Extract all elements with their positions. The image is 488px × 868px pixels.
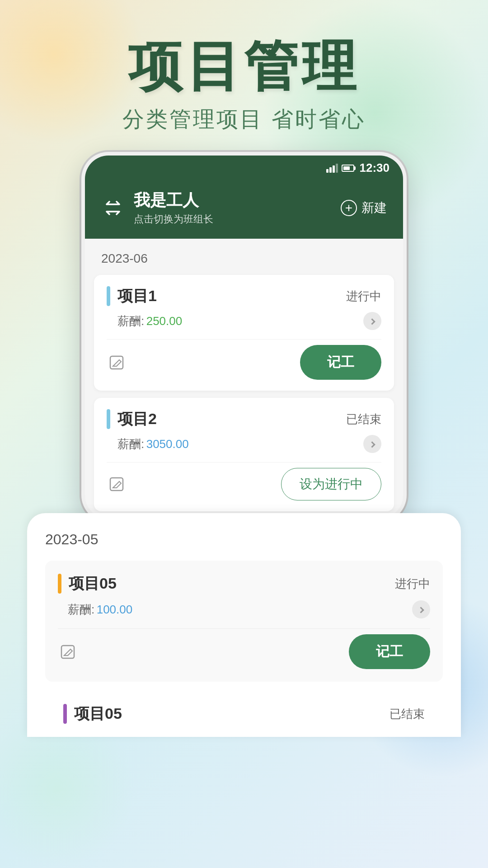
partial-project-card: 项目05 已结束 [45, 691, 443, 737]
project-1-salary-row: 薪酬: 250.00 [107, 312, 381, 330]
project-2-salary-label: 薪酬: [117, 437, 144, 451]
project-card-05-active: 项目05 进行中 薪酬: 100.00 记工 [45, 561, 443, 682]
project-1-chevron[interactable] [363, 312, 381, 330]
project-05-name-row: 项目05 [58, 573, 117, 594]
status-time: 12:30 [360, 161, 390, 175]
project-1-indicator [107, 286, 110, 306]
project-1-edit-icon[interactable] [107, 353, 127, 373]
project-1-status: 进行中 [346, 288, 381, 304]
project-2-header: 项目2 已结束 [107, 409, 381, 429]
page-sub-title: 分类管理项目 省时省心 [0, 105, 488, 134]
project-1-actions: 记工 [107, 339, 381, 380]
project-05-indicator [58, 574, 61, 594]
battery-icon [342, 165, 354, 172]
new-btn-label: 新建 [361, 199, 387, 217]
user-details: 我是工人 点击切换为班组长 [134, 189, 213, 226]
partial-project-status: 已结束 [389, 706, 425, 722]
project-2-name-row: 项目2 [107, 409, 157, 429]
status-bar: 12:30 [85, 156, 403, 179]
project-1-salary-label: 薪酬: [117, 314, 144, 328]
project-2-name: 项目2 [117, 409, 157, 429]
phone-mockup: 12:30 我是工人 点击切换为班组长 [81, 152, 407, 522]
section-date-2: 2023-05 [45, 531, 443, 548]
project-1-salary-amount: 250.00 [146, 314, 183, 328]
project-05-status: 进行中 [395, 576, 430, 592]
project-05-record-button[interactable]: 记工 [349, 634, 430, 669]
project-card-2: 项目2 已结束 薪酬: 3050.00 [94, 398, 394, 511]
project-2-actions: 设为进行中 [107, 462, 381, 500]
project-05-chevron[interactable] [412, 600, 430, 618]
project-2-indicator [107, 409, 110, 429]
content-area: 2023-06 项目1 进行中 薪酬: 250.00 [85, 239, 403, 511]
project-1-record-button[interactable]: 记工 [300, 345, 381, 380]
project-2-status: 已结束 [346, 411, 381, 427]
project-05-actions: 记工 [58, 628, 430, 669]
partial-project-indicator [63, 704, 67, 724]
bottom-section: 2023-05 项目05 进行中 薪酬: 100.00 [27, 513, 461, 737]
project-2-edit-icon[interactable] [107, 474, 127, 494]
page-main-title: 项目管理 [0, 36, 488, 96]
project-1-name: 项目1 [117, 286, 157, 307]
partial-project-name-row: 项目05 [63, 703, 122, 724]
new-project-button[interactable]: + 新建 [341, 199, 387, 217]
app-header: 我是工人 点击切换为班组长 + 新建 [85, 179, 403, 239]
project-1-name-row: 项目1 [107, 286, 157, 307]
status-icons [326, 164, 354, 173]
project-2-set-active-button[interactable]: 设为进行中 [281, 468, 381, 500]
project-05-name: 项目05 [69, 573, 117, 594]
user-info: 我是工人 点击切换为班组长 [101, 189, 213, 226]
user-name: 我是工人 [134, 189, 213, 212]
project-05-edit-icon[interactable] [58, 642, 78, 662]
section-date-1: 2023-06 [85, 239, 403, 275]
signal-icon [326, 164, 338, 173]
project-2-salary-row: 薪酬: 3050.00 [107, 435, 381, 453]
project-card-1: 项目1 进行中 薪酬: 250.00 [94, 275, 394, 391]
project-2-salary-amount: 3050.00 [146, 437, 189, 451]
partial-project-name: 项目05 [74, 703, 122, 724]
project-05-salary-row: 薪酬: 100.00 [58, 600, 430, 618]
project-2-chevron[interactable] [363, 435, 381, 453]
new-btn-circle-icon: + [341, 200, 357, 216]
project-05-salary-amount: 100.00 [97, 603, 133, 616]
user-role: 点击切换为班组长 [134, 212, 213, 226]
project-05-header: 项目05 进行中 [58, 573, 430, 594]
project-05-salary-label: 薪酬: [68, 603, 94, 616]
switch-role-icon[interactable] [101, 196, 125, 220]
project-1-header: 项目1 进行中 [107, 286, 381, 307]
